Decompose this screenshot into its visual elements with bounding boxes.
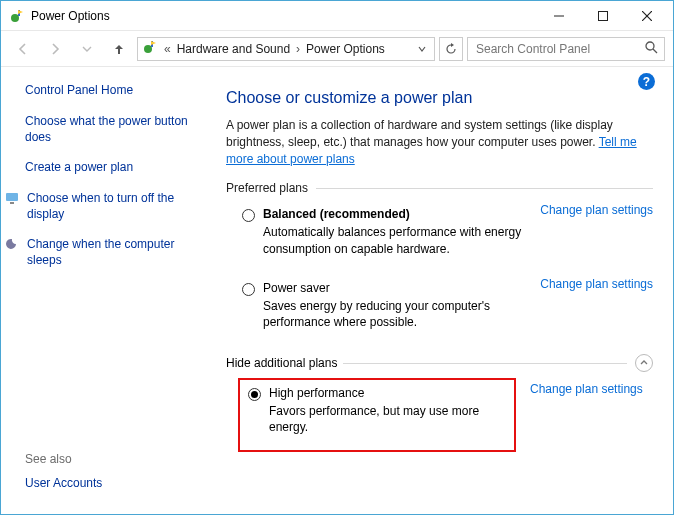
plan-balanced-sub: Automatically balances performance with … <box>263 224 540 256</box>
control-panel-home-link[interactable]: Control Panel Home <box>25 83 208 97</box>
breadcrumb-seg-2[interactable]: Power Options <box>306 42 385 56</box>
svg-point-0 <box>11 14 19 22</box>
address-bar[interactable]: « Hardware and Sound › Power Options <box>137 37 435 61</box>
plan-balanced-title: Balanced (recommended) <box>263 207 540 221</box>
see-also-label: See also <box>25 452 208 466</box>
hide-label: Hide additional plans <box>226 356 337 370</box>
preferred-plans-header: Preferred plans <box>226 181 653 195</box>
search-box[interactable] <box>467 37 665 61</box>
up-button[interactable] <box>105 35 133 63</box>
preferred-label: Preferred plans <box>226 181 308 195</box>
recent-dropdown[interactable] <box>73 35 101 63</box>
divider <box>316 188 653 189</box>
user-accounts-link[interactable]: User Accounts <box>25 476 208 490</box>
task-turn-off-display[interactable]: Choose when to turn off the display <box>25 190 208 222</box>
plan-high-sub: Favors performance, but may use more ene… <box>269 403 506 435</box>
hide-additional-plans[interactable]: Hide additional plans <box>226 354 653 372</box>
svg-rect-10 <box>6 193 18 201</box>
task-sleep[interactable]: Change when the computer sleeps <box>25 236 208 268</box>
search-icon <box>645 41 658 57</box>
chevron-right-icon: › <box>294 42 302 56</box>
page-description: A power plan is a collection of hardware… <box>226 117 653 167</box>
minimize-button[interactable] <box>537 2 581 30</box>
left-panel: Control Panel Home Choose what the power… <box>1 67 216 514</box>
plan-power-saver[interactable]: Power saver Saves energy by reducing you… <box>242 281 540 330</box>
title-bar: Power Options <box>1 1 673 31</box>
plan-high-title: High performance <box>269 386 506 400</box>
radio-balanced[interactable] <box>242 209 255 222</box>
divider <box>343 363 627 364</box>
address-dropdown[interactable] <box>414 42 430 56</box>
change-settings-balanced[interactable]: Change plan settings <box>540 203 653 262</box>
maximize-button[interactable] <box>581 2 625 30</box>
moon-icon <box>5 236 21 252</box>
plan-balanced[interactable]: Balanced (recommended) Automatically bal… <box>242 207 540 256</box>
app-icon <box>9 8 25 24</box>
task-power-button[interactable]: Choose what the power button does <box>25 113 208 145</box>
svg-line-4 <box>642 11 652 21</box>
help-icon[interactable]: ? <box>638 73 655 90</box>
breadcrumb-seg-1[interactable]: Hardware and Sound <box>177 42 290 56</box>
breadcrumb-sep: « <box>162 42 173 56</box>
desc-text: A power plan is a collection of hardware… <box>226 118 613 149</box>
plan-saver-sub: Saves energy by reducing your computer's… <box>263 298 540 330</box>
svg-rect-3 <box>599 11 608 20</box>
change-settings-high[interactable]: Change plan settings <box>530 382 643 396</box>
main-panel: ? Choose or customize a power plan A pow… <box>216 67 673 514</box>
collapse-button[interactable] <box>635 354 653 372</box>
radio-high-performance[interactable] <box>248 388 261 401</box>
monitor-icon <box>5 190 21 206</box>
svg-line-9 <box>653 49 657 53</box>
radio-power-saver[interactable] <box>242 283 255 296</box>
svg-rect-11 <box>10 202 14 204</box>
plan-high-performance[interactable]: High performance Favors performance, but… <box>248 386 506 435</box>
high-performance-highlight: High performance Favors performance, but… <box>238 378 516 451</box>
forward-button[interactable] <box>41 35 69 63</box>
svg-point-6 <box>144 45 152 53</box>
svg-point-8 <box>646 42 654 50</box>
refresh-button[interactable] <box>439 37 463 61</box>
search-input[interactable] <box>474 41 658 57</box>
back-button[interactable] <box>9 35 37 63</box>
change-settings-saver[interactable]: Change plan settings <box>540 277 653 336</box>
power-icon <box>142 39 158 58</box>
plan-saver-title: Power saver <box>263 281 540 295</box>
window-title: Power Options <box>31 9 537 23</box>
task-create-plan[interactable]: Create a power plan <box>25 159 208 175</box>
svg-line-5 <box>642 11 652 21</box>
close-button[interactable] <box>625 2 669 30</box>
page-heading: Choose or customize a power plan <box>226 89 653 107</box>
nav-bar: « Hardware and Sound › Power Options <box>1 31 673 67</box>
